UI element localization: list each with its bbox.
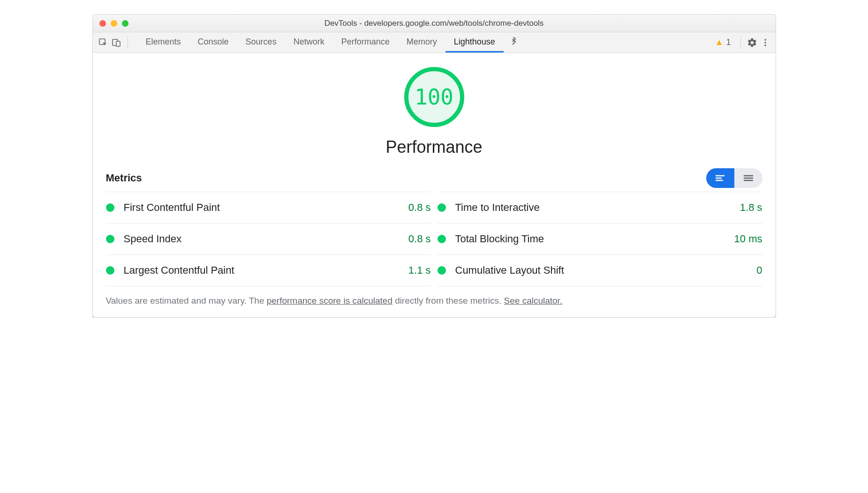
status-dot-icon xyxy=(438,235,446,243)
warning-count: 1 xyxy=(726,37,731,47)
tab-lighthouse[interactable]: Lighthouse xyxy=(445,32,504,52)
tab-console[interactable]: Console xyxy=(189,32,237,52)
metric-value: 1.1 s xyxy=(408,264,431,276)
window-zoom-button[interactable] xyxy=(122,20,128,27)
metric-name: First Contentful Paint xyxy=(124,202,220,214)
score-label: Performance xyxy=(385,137,482,157)
tab-memory[interactable]: Memory xyxy=(398,32,445,52)
performance-score: 100 Performance xyxy=(106,67,762,157)
warning-icon: ▲ xyxy=(715,37,724,47)
score-value: 100 xyxy=(415,84,453,110)
metrics-column-left: First Contentful Paint 0.8 s Speed Index… xyxy=(106,192,431,286)
toolbar-separator xyxy=(128,37,128,49)
score-gauge: 100 xyxy=(404,67,464,127)
metrics-title: Metrics xyxy=(106,172,142,184)
footer-text: directly from these metrics. xyxy=(392,296,504,306)
window-minimize-button[interactable] xyxy=(111,20,117,27)
metric-name: Speed Index xyxy=(124,233,182,245)
metric-value: 0.8 s xyxy=(408,202,431,214)
metrics-footer-note: Values are estimated and may vary. The p… xyxy=(106,296,762,306)
inspect-element-icon[interactable] xyxy=(98,37,109,48)
metric-value: 10 ms xyxy=(734,233,762,245)
settings-icon[interactable] xyxy=(747,37,758,48)
tab-network[interactable]: Network xyxy=(285,32,333,52)
more-menu-icon[interactable] xyxy=(760,37,771,48)
status-dot-icon xyxy=(438,266,446,275)
svg-point-3 xyxy=(764,39,766,41)
titlebar: DevTools - developers.google.com/web/too… xyxy=(93,15,776,32)
status-dot-icon xyxy=(106,203,114,212)
metric-row[interactable]: Largest Contentful Paint 1.1 s xyxy=(106,254,431,286)
status-dot-icon xyxy=(106,235,114,243)
window-title: DevTools - developers.google.com/web/too… xyxy=(93,19,776,28)
status-dot-icon xyxy=(438,203,446,212)
calculator-link[interactable]: See calculator. xyxy=(504,296,563,306)
svg-rect-2 xyxy=(116,41,120,46)
metric-name: Total Blocking Time xyxy=(455,233,544,245)
metric-row[interactable]: Total Blocking Time 10 ms xyxy=(438,223,762,254)
devtools-tabs: Elements Console Sources Network Perform… xyxy=(137,32,524,52)
view-compact-button[interactable] xyxy=(706,168,734,188)
view-expanded-button[interactable] xyxy=(734,168,762,188)
metric-row[interactable]: First Contentful Paint 0.8 s xyxy=(106,192,431,223)
devtools-toolbar: Elements Console Sources Network Perform… xyxy=(93,32,776,53)
metrics-view-toggle xyxy=(706,168,762,188)
footer-text: Values are estimated and may vary. The xyxy=(106,296,267,306)
device-toggle-icon[interactable] xyxy=(111,37,122,48)
score-calculation-link[interactable]: performance score is calculated xyxy=(267,296,392,306)
status-dot-icon xyxy=(106,266,114,275)
metric-value: 0.8 s xyxy=(408,233,431,245)
metric-name: Largest Contentful Paint xyxy=(124,264,234,276)
metric-value: 1.8 s xyxy=(740,202,762,214)
metrics-column-right: Time to Interactive 1.8 s Total Blocking… xyxy=(438,192,762,286)
metrics-grid: First Contentful Paint 0.8 s Speed Index… xyxy=(106,192,762,286)
devtools-window: DevTools - developers.google.com/web/too… xyxy=(92,14,776,318)
svg-point-5 xyxy=(764,45,766,46)
metric-value: 0 xyxy=(756,264,762,276)
metric-name: Time to Interactive xyxy=(455,202,540,214)
issues-indicator[interactable]: ▲ 1 xyxy=(715,37,731,47)
metric-row[interactable]: Speed Index 0.8 s xyxy=(106,223,431,254)
window-close-button[interactable] xyxy=(99,20,106,27)
tab-elements[interactable]: Elements xyxy=(137,32,189,52)
toolbar-separator xyxy=(740,37,741,49)
metrics-header: Metrics xyxy=(106,168,762,188)
tabs-overflow-button[interactable] xyxy=(504,32,524,52)
svg-point-4 xyxy=(764,42,766,44)
tab-sources[interactable]: Sources xyxy=(237,32,285,52)
metric-row[interactable]: Cumulative Layout Shift 0 xyxy=(438,254,762,286)
traffic-lights xyxy=(99,20,128,27)
metric-row[interactable]: Time to Interactive 1.8 s xyxy=(438,192,762,223)
metric-name: Cumulative Layout Shift xyxy=(455,264,564,276)
tab-performance[interactable]: Performance xyxy=(333,32,398,52)
lighthouse-panel: 100 Performance Metrics First Conte xyxy=(93,53,776,317)
